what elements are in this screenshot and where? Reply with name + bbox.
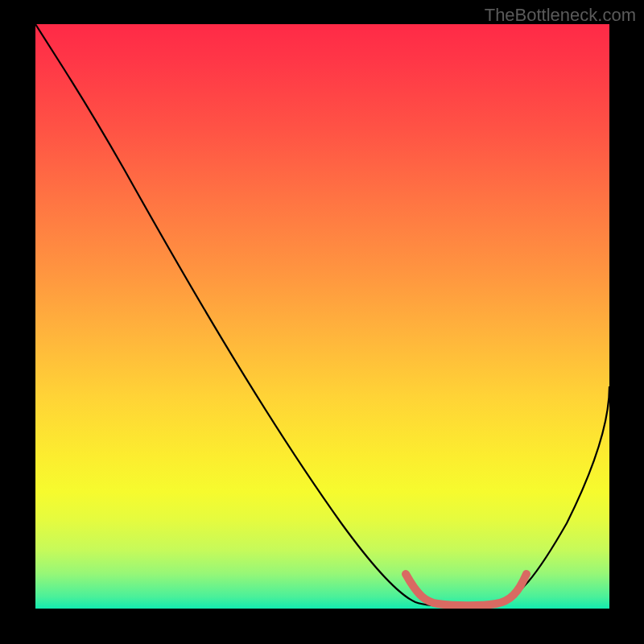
watermark-text: TheBottleneck.com (485, 5, 636, 26)
chart-svg (35, 24, 609, 609)
optimal-zone-highlight (406, 574, 526, 605)
bottleneck-curve (35, 24, 609, 606)
